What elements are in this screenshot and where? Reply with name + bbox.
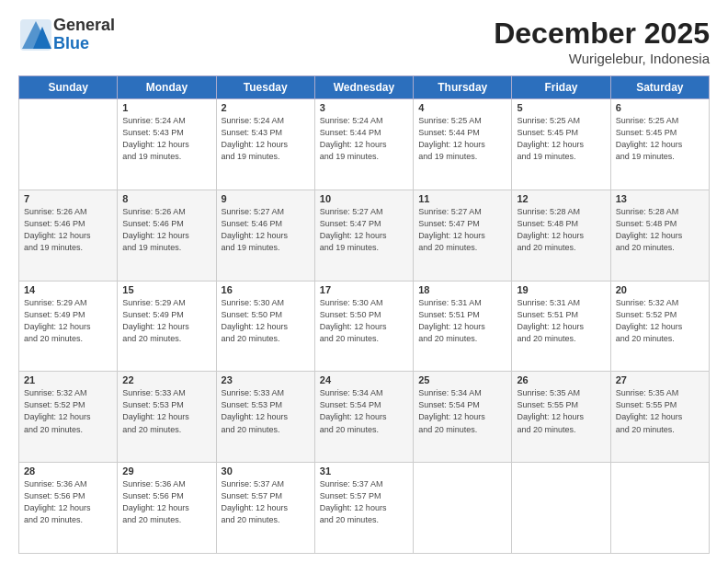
cell-info: Sunrise: 5:31 AM Sunset: 5:51 PM Dayligh… — [418, 297, 506, 345]
day-number: 13 — [616, 193, 704, 204]
calendar-cell: 9Sunrise: 5:27 AM Sunset: 5:46 PM Daylig… — [216, 190, 314, 281]
calendar-cell: 24Sunrise: 5:34 AM Sunset: 5:54 PM Dayli… — [314, 372, 413, 463]
cell-info: Sunrise: 5:37 AM Sunset: 5:57 PM Dayligh… — [320, 478, 408, 526]
title-block: December 2025 Wurigelebur, Indonesia — [494, 17, 710, 66]
day-number: 2 — [222, 102, 310, 113]
calendar-cell: 30Sunrise: 5:37 AM Sunset: 5:57 PM Dayli… — [216, 463, 314, 554]
cell-info: Sunrise: 5:27 AM Sunset: 5:47 PM Dayligh… — [320, 206, 408, 254]
cell-info: Sunrise: 5:26 AM Sunset: 5:46 PM Dayligh… — [24, 206, 112, 254]
day-number: 23 — [222, 374, 310, 385]
calendar-cell: 25Sunrise: 5:34 AM Sunset: 5:54 PM Dayli… — [414, 372, 512, 463]
day-number: 3 — [320, 102, 408, 113]
cell-info: Sunrise: 5:32 AM Sunset: 5:52 PM Dayligh… — [616, 297, 704, 345]
col-header-saturday: Saturday — [610, 76, 709, 99]
cell-info: Sunrise: 5:34 AM Sunset: 5:54 PM Dayligh… — [418, 387, 506, 435]
day-number: 16 — [222, 284, 310, 295]
day-number: 11 — [418, 193, 506, 204]
day-number: 17 — [320, 284, 408, 295]
calendar-cell: 31Sunrise: 5:37 AM Sunset: 5:57 PM Dayli… — [314, 463, 413, 554]
cell-info: Sunrise: 5:33 AM Sunset: 5:53 PM Dayligh… — [222, 387, 310, 435]
cell-info: Sunrise: 5:32 AM Sunset: 5:52 PM Dayligh… — [24, 387, 112, 435]
calendar-cell: 12Sunrise: 5:28 AM Sunset: 5:48 PM Dayli… — [512, 190, 610, 281]
calendar-cell: 4Sunrise: 5:25 AM Sunset: 5:44 PM Daylig… — [414, 99, 512, 190]
calendar-cell: 16Sunrise: 5:30 AM Sunset: 5:50 PM Dayli… — [216, 281, 314, 372]
page: General Blue December 2025 Wurigelebur, … — [0, 0, 728, 563]
logo-text: General Blue — [53, 17, 115, 53]
cell-info: Sunrise: 5:30 AM Sunset: 5:50 PM Dayligh… — [222, 297, 310, 345]
cell-info: Sunrise: 5:29 AM Sunset: 5:49 PM Dayligh… — [122, 297, 210, 345]
calendar-cell: 14Sunrise: 5:29 AM Sunset: 5:49 PM Dayli… — [19, 281, 118, 372]
day-number: 24 — [320, 374, 408, 385]
col-header-tuesday: Tuesday — [216, 76, 314, 99]
calendar-cell: 22Sunrise: 5:33 AM Sunset: 5:53 PM Dayli… — [118, 372, 216, 463]
calendar-cell: 21Sunrise: 5:32 AM Sunset: 5:52 PM Dayli… — [19, 372, 118, 463]
cell-info: Sunrise: 5:34 AM Sunset: 5:54 PM Dayligh… — [320, 387, 408, 435]
calendar-cell — [610, 463, 709, 554]
calendar-cell: 2Sunrise: 5:24 AM Sunset: 5:43 PM Daylig… — [216, 99, 314, 190]
day-number: 6 — [616, 102, 704, 113]
cell-info: Sunrise: 5:25 AM Sunset: 5:45 PM Dayligh… — [616, 115, 704, 163]
logo: General Blue — [18, 17, 115, 53]
calendar-cell: 29Sunrise: 5:36 AM Sunset: 5:56 PM Dayli… — [118, 463, 216, 554]
location: Wurigelebur, Indonesia — [494, 51, 710, 66]
cell-info: Sunrise: 5:24 AM Sunset: 5:43 PM Dayligh… — [222, 115, 310, 163]
cell-info: Sunrise: 5:35 AM Sunset: 5:55 PM Dayligh… — [517, 387, 605, 435]
cell-info: Sunrise: 5:28 AM Sunset: 5:48 PM Dayligh… — [517, 206, 605, 254]
calendar-cell — [414, 463, 512, 554]
calendar-cell: 5Sunrise: 5:25 AM Sunset: 5:45 PM Daylig… — [512, 99, 610, 190]
day-number: 26 — [517, 374, 605, 385]
cell-info: Sunrise: 5:24 AM Sunset: 5:44 PM Dayligh… — [320, 115, 408, 163]
cell-info: Sunrise: 5:35 AM Sunset: 5:55 PM Dayligh… — [616, 387, 704, 435]
calendar-cell: 8Sunrise: 5:26 AM Sunset: 5:46 PM Daylig… — [118, 190, 216, 281]
calendar-cell: 1Sunrise: 5:24 AM Sunset: 5:43 PM Daylig… — [118, 99, 216, 190]
day-number: 31 — [320, 465, 408, 477]
cell-info: Sunrise: 5:30 AM Sunset: 5:50 PM Dayligh… — [320, 297, 408, 345]
calendar-cell: 20Sunrise: 5:32 AM Sunset: 5:52 PM Dayli… — [610, 281, 709, 372]
cell-info: Sunrise: 5:36 AM Sunset: 5:56 PM Dayligh… — [24, 478, 112, 526]
calendar-cell — [512, 463, 610, 554]
cell-info: Sunrise: 5:29 AM Sunset: 5:49 PM Dayligh… — [24, 297, 112, 345]
day-number: 22 — [122, 374, 210, 385]
cell-info: Sunrise: 5:28 AM Sunset: 5:48 PM Dayligh… — [616, 206, 704, 254]
col-header-wednesday: Wednesday — [314, 76, 413, 99]
day-number: 29 — [122, 465, 210, 477]
logo-blue-text: Blue — [53, 35, 115, 53]
calendar-cell: 19Sunrise: 5:31 AM Sunset: 5:51 PM Dayli… — [512, 281, 610, 372]
calendar-table: SundayMondayTuesdayWednesdayThursdayFrid… — [18, 75, 710, 554]
calendar-cell: 6Sunrise: 5:25 AM Sunset: 5:45 PM Daylig… — [610, 99, 709, 190]
day-number: 1 — [122, 102, 210, 113]
day-number: 7 — [24, 193, 112, 204]
calendar-cell: 10Sunrise: 5:27 AM Sunset: 5:47 PM Dayli… — [314, 190, 413, 281]
calendar-cell: 26Sunrise: 5:35 AM Sunset: 5:55 PM Dayli… — [512, 372, 610, 463]
col-header-thursday: Thursday — [414, 76, 512, 99]
month-title: December 2025 — [494, 17, 710, 51]
day-number: 30 — [222, 465, 310, 477]
calendar-cell: 17Sunrise: 5:30 AM Sunset: 5:50 PM Dayli… — [314, 281, 413, 372]
calendar-cell: 27Sunrise: 5:35 AM Sunset: 5:55 PM Dayli… — [610, 372, 709, 463]
calendar-cell: 18Sunrise: 5:31 AM Sunset: 5:51 PM Dayli… — [414, 281, 512, 372]
cell-info: Sunrise: 5:25 AM Sunset: 5:45 PM Dayligh… — [517, 115, 605, 163]
day-number: 15 — [122, 284, 210, 295]
calendar-cell: 23Sunrise: 5:33 AM Sunset: 5:53 PM Dayli… — [216, 372, 314, 463]
cell-info: Sunrise: 5:36 AM Sunset: 5:56 PM Dayligh… — [122, 478, 210, 526]
calendar-cell: 28Sunrise: 5:36 AM Sunset: 5:56 PM Dayli… — [19, 463, 118, 554]
col-header-friday: Friday — [512, 76, 610, 99]
cell-info: Sunrise: 5:33 AM Sunset: 5:53 PM Dayligh… — [122, 387, 210, 435]
col-header-sunday: Sunday — [19, 76, 118, 99]
cell-info: Sunrise: 5:31 AM Sunset: 5:51 PM Dayligh… — [517, 297, 605, 345]
day-number: 14 — [24, 284, 112, 295]
day-number: 5 — [517, 102, 605, 113]
day-number: 25 — [418, 374, 506, 385]
cell-info: Sunrise: 5:26 AM Sunset: 5:46 PM Dayligh… — [122, 206, 210, 254]
day-number: 10 — [320, 193, 408, 204]
day-number: 19 — [517, 284, 605, 295]
cell-info: Sunrise: 5:27 AM Sunset: 5:47 PM Dayligh… — [418, 206, 506, 254]
logo-general-text: General — [53, 17, 115, 35]
cell-info: Sunrise: 5:24 AM Sunset: 5:43 PM Dayligh… — [122, 115, 210, 163]
calendar-cell: 15Sunrise: 5:29 AM Sunset: 5:49 PM Dayli… — [118, 281, 216, 372]
logo-icon — [18, 17, 53, 52]
cell-info: Sunrise: 5:37 AM Sunset: 5:57 PM Dayligh… — [222, 478, 310, 526]
cell-info: Sunrise: 5:27 AM Sunset: 5:46 PM Dayligh… — [222, 206, 310, 254]
day-number: 12 — [517, 193, 605, 204]
calendar-cell: 11Sunrise: 5:27 AM Sunset: 5:47 PM Dayli… — [414, 190, 512, 281]
